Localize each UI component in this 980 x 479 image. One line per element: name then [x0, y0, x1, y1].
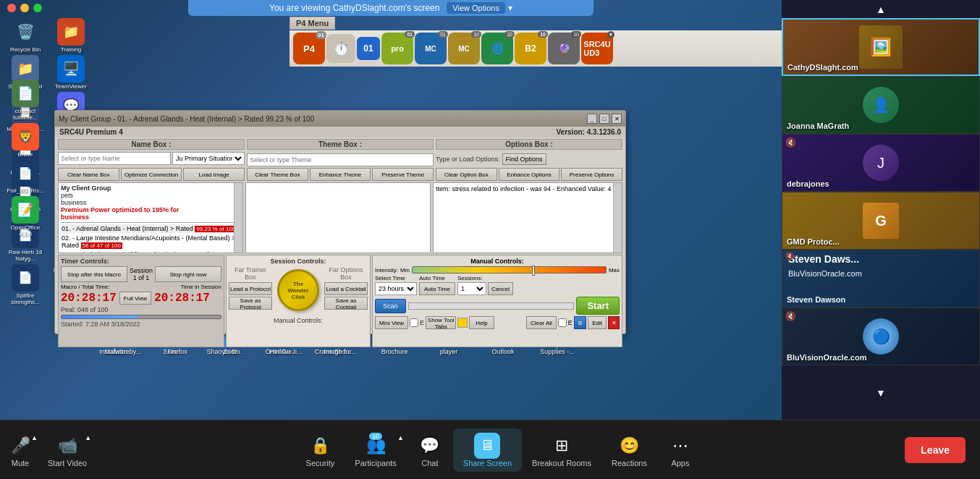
desktop-icon-recycle-bin[interactable]: 🗑️ Recycle Bin: [4, 18, 47, 54]
screen-share-banner: You are viewing CathyDSlaght.com's scree…: [188, 0, 594, 16]
desktop-icon-spitfire[interactable]: 📄 Spitfire strengths...: [4, 264, 47, 306]
toolbar-pro-icon[interactable]: pro 01: [381, 33, 413, 64]
cancel-button[interactable]: Cancel: [488, 282, 513, 295]
b-button[interactable]: B: [574, 316, 586, 329]
enhance-options-button[interactable]: Enhance Options: [499, 168, 560, 181]
toolbar-01-badge[interactable]: 01: [357, 37, 380, 60]
reactions-icon: 😊: [616, 433, 642, 459]
auto-time-button[interactable]: Auto Time: [419, 282, 455, 295]
scrollbar[interactable]: [234, 183, 242, 253]
max-label: Max: [609, 267, 620, 274]
desktop-icon-pall5g[interactable]: 📄 Pall_5G_Ris...: [4, 159, 47, 195]
p4-menu-label[interactable]: P4 Menu: [290, 17, 335, 30]
name-inputs: Ju Primary Situation: [58, 152, 245, 166]
theme-inputs: [247, 152, 434, 166]
leave-button[interactable]: Leave: [905, 437, 966, 463]
participant-debra-name: debrajones: [787, 179, 829, 188]
chat-icon: 💬: [417, 433, 443, 459]
e-label: E: [420, 319, 424, 326]
close-button[interactable]: ✕: [612, 114, 622, 124]
name-input[interactable]: [58, 152, 171, 165]
toolbar-spiral-icon[interactable]: 🔮 10: [548, 33, 580, 64]
e2-checkbox[interactable]: [558, 318, 567, 327]
full-view-button[interactable]: Full View: [119, 292, 151, 305]
breakout-rooms-button-group[interactable]: ⊞ Breakout Rooms: [522, 428, 601, 472]
minimize-button[interactable]: _: [587, 114, 597, 124]
lead-protocol-button[interactable]: Lead a Protocol: [229, 282, 272, 295]
desktop-icon-contract[interactable]: 📄 contract fulfillme...: [4, 80, 47, 122]
toolbar-p4-icon[interactable]: P4 01: [293, 33, 325, 64]
clear-theme-button[interactable]: Clear Theme Box: [247, 168, 308, 181]
chat-button-group[interactable]: 💬 Chat: [407, 428, 453, 472]
x-close-button[interactable]: ✕: [608, 316, 620, 329]
options-inputs: Type or Load Options: Find Options: [436, 152, 622, 166]
intensity-slider-track[interactable]: [412, 266, 607, 274]
options-scrollbar[interactable]: [613, 183, 622, 253]
participants-button-group[interactable]: 👥 Participants ▲ 10: [345, 428, 406, 472]
view-options-button[interactable]: View Options: [447, 2, 505, 14]
mute-button-group[interactable]: 🎤 Mute ▲: [0, 428, 41, 472]
peak-label: Peal: 048 of 100: [61, 306, 221, 313]
preserve-theme-button[interactable]: Preserve Theme: [372, 168, 434, 181]
situation-select[interactable]: Ju Primary Situation: [172, 152, 245, 165]
sessions-select[interactable]: 1: [457, 282, 486, 295]
mac-maximize-button[interactable]: [33, 4, 42, 12]
theme-input[interactable]: [247, 153, 434, 166]
session-controls-label: Session Controls:: [229, 258, 368, 265]
load-image-button[interactable]: Load Image: [183, 168, 245, 181]
mac-minimize-button[interactable]: [20, 4, 29, 12]
e-checkbox[interactable]: [410, 318, 418, 327]
preserve-options-button[interactable]: Preserve Options: [561, 168, 622, 181]
reactions-button-group[interactable]: 😊 Reactions: [601, 428, 657, 472]
optimize-button[interactable]: Optimize Connection: [121, 168, 182, 181]
clear-option-button[interactable]: Clear Option Box: [436, 168, 497, 181]
scroll-down-arrow[interactable]: ▼: [876, 387, 886, 399]
toolbar-mc2-icon[interactable]: MC 10: [448, 33, 480, 64]
macro-label: Macro / Total Time:: [61, 284, 109, 290]
window-control-buttons: _ □ ✕: [587, 114, 622, 124]
start-video-button-group[interactable]: 📹 Start Video ▲: [41, 428, 94, 472]
security-button-group[interactable]: 🔒 Security: [296, 428, 345, 472]
desktop-icon-openoffice[interactable]: 📝 OpenOffice 4.1.0: [4, 196, 47, 238]
toolbar-clock-icon[interactable]: ⏱️: [326, 34, 355, 63]
wander-click-button[interactable]: TheWanderClick: [277, 269, 319, 311]
load-cocktail-button[interactable]: Load a Cocktail: [324, 282, 368, 295]
desktop-icon-brave[interactable]: 🦁 Brave: [4, 123, 47, 158]
mute-label: Mute: [12, 459, 29, 467]
scan-button[interactable]: Scan: [375, 299, 406, 313]
stop-now-button[interactable]: Stop right now: [155, 266, 221, 282]
share-screen-button-group[interactable]: 🖥 Share Screen: [453, 428, 522, 472]
enhance-theme-button[interactable]: Enhance Theme: [310, 168, 371, 181]
participant-steven-name: BluVisionOracle.com: [782, 268, 979, 279]
item-list-panel: My Client Group pets business Premium Po…: [58, 182, 243, 253]
input-row: Ju Primary Situation Type or Load Option…: [55, 151, 625, 167]
desktop-icon-training[interactable]: 📁 Training: [49, 18, 93, 54]
maximize-button[interactable]: □: [599, 114, 609, 124]
participant-card-steven: 🔇 Steven Daws... BluVisionOracle.com Ste…: [782, 250, 980, 308]
clear-all-button[interactable]: Clear All: [526, 316, 557, 329]
show-tool-tabs-button[interactable]: Show Tool Tabs: [426, 316, 456, 329]
save-protocol-button[interactable]: Save as Protocol: [229, 297, 272, 310]
stop-macro-button[interactable]: Stop after this Macro: [61, 266, 127, 282]
scroll-up-arrow[interactable]: ▲: [876, 4, 886, 15]
time-select[interactable]: 23 hours: [375, 282, 417, 295]
apps-label: Apps: [671, 459, 689, 467]
mac-close-button[interactable]: [7, 4, 16, 12]
toolbar-swirl-icon[interactable]: 🌀 10: [481, 33, 513, 64]
find-options-button[interactable]: Find Options: [502, 153, 546, 165]
mini-view-button[interactable]: Mini View: [375, 316, 408, 329]
save-cocktail-button[interactable]: Save as Cocktail: [324, 297, 368, 310]
toolbar-mc-icon[interactable]: MC 01: [415, 33, 447, 64]
clear-name-button[interactable]: Clear Name Box: [58, 168, 119, 181]
help-button[interactable]: Help: [469, 316, 494, 329]
apps-button-group[interactable]: ⋯ Apps: [657, 428, 704, 472]
start-button[interactable]: Start: [576, 297, 620, 315]
macro-time-row: Macro / Total Time: Time in Session: [61, 284, 221, 290]
edit-button[interactable]: Edit: [588, 316, 607, 329]
toolbar-b2-icon[interactable]: B2 10: [515, 33, 546, 64]
intensity-slider-thumb[interactable]: [532, 266, 535, 276]
toolbar-ud3-icon[interactable]: SRC4UUD3 ▾: [581, 33, 613, 64]
desktop-icon-teamviewer[interactable]: 🖥️ TeamViewer: [49, 55, 93, 90]
zoom-participants-panel: ▲ 🖼️ CathyDSlaght.com 👤 Joanna MaGrath J…: [782, 0, 980, 420]
manual-controls-footer: Manual Controls:: [229, 317, 368, 324]
